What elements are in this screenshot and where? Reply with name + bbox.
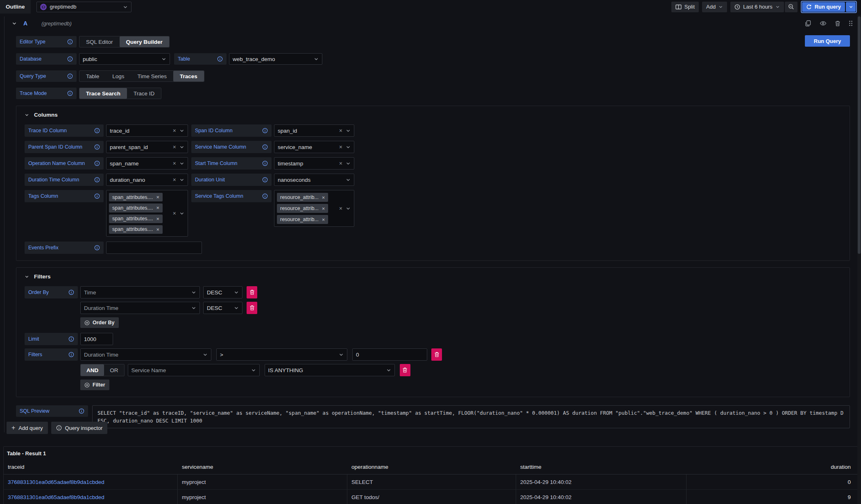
service-tags-column-multiselect[interactable]: resource_attrib...× resource_attrib...× …	[274, 190, 354, 227]
info-icon[interactable]	[67, 56, 73, 62]
chevron-down-icon[interactable]	[234, 305, 239, 310]
order-by-field-select-2[interactable]: Duration Time	[80, 302, 200, 314]
info-icon[interactable]	[67, 39, 73, 45]
delete-query-trash-icon[interactable]	[835, 20, 841, 27]
chevron-down-icon[interactable]	[346, 145, 351, 149]
query-inspector-button[interactable]: Query inspector	[51, 422, 108, 434]
trace-id-link[interactable]: 3768831301ea0d65adaef8b9da1cbded	[8, 494, 104, 500]
query-type-option-traces[interactable]: Traces	[173, 71, 204, 81]
chevron-down-icon[interactable]	[179, 128, 184, 133]
columns-section-header[interactable]: Columns	[25, 112, 843, 118]
info-icon[interactable]	[94, 193, 100, 199]
chevron-down-icon[interactable]	[339, 352, 344, 357]
database-select[interactable]: public	[79, 53, 170, 65]
service-name-column-select[interactable]: service_name×	[274, 141, 354, 153]
operation-name-column-select[interactable]: span_name×	[106, 157, 188, 170]
editor-type-option-query-builder[interactable]: Query Builder	[120, 36, 169, 47]
duration-time-column-select[interactable]: duration_nano×	[106, 174, 188, 186]
filter2-field-select[interactable]: Service Name	[128, 364, 260, 376]
query-type-option-time-series[interactable]: Time Series	[131, 71, 174, 81]
chevron-down-icon[interactable]	[346, 177, 351, 182]
chevron-down-icon[interactable]	[123, 5, 128, 9]
clear-icon[interactable]: ×	[173, 160, 176, 167]
filter-field-select[interactable]: Duration Time	[80, 348, 211, 361]
chevron-down-icon[interactable]	[179, 211, 184, 216]
remove-chip-icon[interactable]: ×	[322, 217, 325, 223]
remove-chip-icon[interactable]: ×	[156, 216, 159, 222]
zoom-out-button[interactable]	[785, 2, 798, 12]
remove-chip-icon[interactable]: ×	[156, 226, 159, 233]
info-icon[interactable]	[262, 144, 268, 150]
duplicate-query-icon[interactable]	[805, 20, 811, 27]
add-filter-button[interactable]: Filter	[80, 380, 109, 390]
add-order-by-button[interactable]: Order By	[80, 317, 119, 328]
column-header-starttime[interactable]: starttime	[516, 460, 687, 475]
info-icon[interactable]	[262, 160, 268, 166]
collapse-chevron-icon[interactable]	[25, 274, 29, 279]
order-by-field-select-1[interactable]: Time	[80, 286, 200, 298]
query-type-option-logs[interactable]: Logs	[106, 71, 131, 81]
info-icon[interactable]	[67, 90, 73, 96]
remove-filter-button-2[interactable]	[400, 364, 410, 376]
chevron-down-icon[interactable]	[191, 305, 196, 310]
or-option[interactable]: OR	[104, 364, 124, 376]
trace-mode-option-trace-search[interactable]: Trace Search	[79, 88, 127, 99]
table-select[interactable]: web_trace_demo	[229, 53, 322, 65]
clear-icon[interactable]: ×	[339, 127, 342, 134]
chevron-down-icon[interactable]	[179, 177, 184, 182]
info-icon[interactable]	[67, 73, 73, 79]
filters-section-header[interactable]: Filters	[25, 273, 843, 280]
filter-operator-select[interactable]: >	[216, 348, 347, 361]
chevron-down-icon[interactable]	[203, 352, 208, 357]
limit-input[interactable]	[80, 333, 113, 345]
clear-icon[interactable]: ×	[339, 160, 342, 167]
trace-mode-option-trace-id[interactable]: Trace ID	[127, 88, 161, 99]
chevron-down-icon[interactable]	[346, 128, 351, 133]
column-header-duration[interactable]: duration	[687, 460, 857, 475]
order-by-direction-select-1[interactable]: DESC	[203, 286, 242, 298]
info-icon[interactable]	[94, 144, 100, 150]
datasource-picker[interactable]: greptimedb	[36, 2, 131, 12]
chevron-down-icon[interactable]	[191, 290, 196, 295]
chevron-down-icon[interactable]	[234, 290, 239, 295]
order-by-direction-select-2[interactable]: DESC	[203, 302, 242, 314]
clear-icon[interactable]: ×	[173, 144, 176, 150]
filter-value-input[interactable]	[352, 348, 427, 361]
clear-icon[interactable]: ×	[173, 176, 176, 183]
chevron-down-icon[interactable]	[386, 368, 391, 373]
start-time-column-select[interactable]: timestamp×	[274, 157, 354, 170]
clear-all-icon[interactable]: ×	[173, 210, 176, 217]
info-icon[interactable]	[217, 56, 223, 62]
tags-column-multiselect[interactable]: span_attributes....× span_attributes....…	[106, 190, 188, 237]
trace-id-column-select[interactable]: trace_id×	[106, 124, 188, 137]
add-query-button[interactable]: + Add query	[7, 422, 48, 434]
add-dropdown-button[interactable]: Add	[702, 2, 727, 12]
panel-run-query-button[interactable]: Run Query	[805, 35, 850, 47]
clear-icon[interactable]: ×	[339, 144, 342, 150]
events-prefix-input[interactable]	[106, 242, 202, 254]
remove-chip-icon[interactable]: ×	[322, 194, 325, 201]
info-icon[interactable]	[94, 128, 100, 133]
chevron-down-icon[interactable]	[314, 57, 319, 61]
chevron-down-icon[interactable]	[346, 161, 351, 166]
column-header-operationname[interactable]: operationname	[347, 460, 516, 475]
remove-chip-icon[interactable]: ×	[156, 194, 159, 200]
chevron-down-icon[interactable]	[179, 161, 184, 166]
info-icon[interactable]	[79, 408, 84, 414]
query-type-option-table[interactable]: Table	[79, 71, 106, 81]
duration-unit-select[interactable]: nanoseconds	[274, 174, 354, 186]
query-row-header[interactable]: A (greptimedb)	[5, 16, 861, 30]
info-icon[interactable]	[262, 193, 268, 199]
info-icon[interactable]	[262, 128, 268, 133]
chevron-down-icon[interactable]	[161, 57, 166, 61]
run-query-options-caret[interactable]	[846, 2, 856, 12]
time-range-picker[interactable]: Last 6 hours	[730, 2, 784, 12]
remove-filter-button-1[interactable]	[431, 348, 442, 361]
info-icon[interactable]	[68, 289, 74, 295]
span-id-column-select[interactable]: span_id×	[274, 124, 354, 137]
collapse-chevron-icon[interactable]	[12, 21, 17, 26]
remove-order-by-button-2[interactable]	[247, 302, 257, 314]
hide-query-eye-icon[interactable]	[820, 20, 827, 26]
chevron-down-icon[interactable]	[179, 145, 184, 149]
column-header-servicename[interactable]: servicename	[178, 460, 347, 475]
